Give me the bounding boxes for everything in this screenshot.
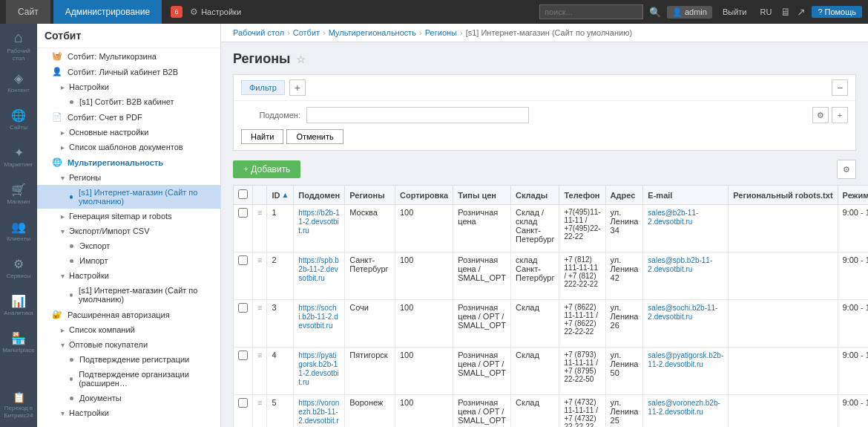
tab-site[interactable]: Сайт bbox=[6, 0, 50, 24]
sidebar-item-b2b-cabinet[interactable]: [s1] Сотбит: B2B кабинет bbox=[37, 94, 220, 109]
search-icon[interactable]: 🔍 bbox=[649, 7, 661, 18]
email-link[interactable]: sales@sochi.b2b-11-2.devsotbit.ru bbox=[648, 304, 717, 321]
breadcrumb-multiregion[interactable]: Мультирегиональность bbox=[329, 28, 416, 37]
nav-analytics[interactable]: 📊 Аналитика bbox=[0, 287, 37, 324]
filter-settings-icon[interactable]: ⚙ bbox=[812, 107, 829, 123]
sidebar-item-multicart[interactable]: 🧺 Сотбит: Мультикорзина bbox=[37, 48, 220, 64]
data-table: ID ▲ Поддомен Регионы Сортировка Типы це… bbox=[233, 185, 868, 427]
sidebar-item-settings2[interactable]: ▾ Настройки bbox=[37, 268, 220, 283]
help-btn[interactable]: ? Помощь bbox=[812, 6, 862, 18]
sidebar-item-b2b[interactable]: 👤 Сотбит: Личный кабинет B2B bbox=[37, 64, 220, 79]
row-subdomain: https://pyatigorsk.b2b-11-2.devsotbit.ru bbox=[294, 348, 345, 395]
email-link[interactable]: sales@voronezh.b2b-11-2.devsotbit.ru bbox=[648, 399, 720, 416]
sidebar-item-import[interactable]: Импорт bbox=[37, 253, 220, 268]
row-checkbox[interactable] bbox=[238, 303, 248, 313]
breadcrumb-sotbit[interactable]: Сотбит bbox=[293, 28, 320, 37]
row-drag-handle[interactable]: ≡ bbox=[253, 395, 267, 428]
notification-badge[interactable]: 6 bbox=[171, 6, 183, 18]
nav-content[interactable]: ◈ Контент bbox=[0, 64, 37, 101]
table-row: ≡ 3 https://sochi.b2b-11-2.devsotbit.ru … bbox=[234, 300, 869, 348]
row-drag-handle[interactable]: ≡ bbox=[253, 300, 267, 348]
table-row: ≡ 5 https://voronezh.b2b-11-2.devsotbit.… bbox=[234, 395, 869, 428]
filter-actions: Найти Отменить bbox=[241, 129, 848, 144]
sidebar-item-settings-b2b[interactable]: ▸ Настройки bbox=[37, 79, 220, 94]
filter-subdomain-label: Поддомен: bbox=[241, 111, 300, 120]
sidebar-item-doc-templates[interactable]: ▸ Список шаблонов документов bbox=[37, 140, 220, 154]
email-link[interactable]: sales@spb.b2b-11-2.devsotbit.ru bbox=[648, 256, 712, 273]
cancel-btn[interactable]: Отменить bbox=[286, 129, 343, 144]
nav-bitrix24[interactable]: 📋 Переход вБитрикс24 bbox=[0, 387, 37, 424]
subdomain-link[interactable]: https://b2b-11-2.devsotbit.ru bbox=[298, 209, 340, 235]
row-robots bbox=[729, 252, 838, 300]
nav-marketing[interactable]: ✦ Маркетинг bbox=[0, 138, 37, 175]
filter-subdomain-input[interactable] bbox=[306, 107, 529, 123]
search-input[interactable] bbox=[539, 4, 643, 19]
sidebar-item-multiregion[interactable]: 🌐 Мультирегиональность bbox=[37, 154, 220, 170]
tab-admin[interactable]: Администрирование bbox=[53, 0, 162, 24]
row-sort: 100 bbox=[395, 205, 453, 252]
breadcrumb-regions[interactable]: Регионы bbox=[425, 28, 457, 37]
sidebar-item-auth[interactable]: 🔐 Расширенная авторизация bbox=[37, 307, 220, 322]
row-phone: +7 (8793) 11-11-11 / +7 (8795) 22-22-50 bbox=[559, 348, 605, 395]
find-btn[interactable]: Найти bbox=[241, 129, 283, 144]
sidebar-item-basic-settings[interactable]: ▸ Основные настройки bbox=[37, 125, 220, 140]
table-settings-btn[interactable]: ⚙ bbox=[837, 160, 856, 179]
subdomain-link[interactable]: https://pyatigorsk.b2b-11-2.devsotbit.ru bbox=[298, 351, 338, 386]
row-checkbox[interactable] bbox=[238, 255, 248, 265]
sidebar-item-export[interactable]: Экспорт bbox=[37, 238, 220, 253]
sidebar-item-wholesale[interactable]: ▾ Оптовые покупатели bbox=[37, 337, 220, 352]
admin-user-btn[interactable]: 👤 admin bbox=[667, 6, 712, 19]
row-drag-handle[interactable]: ≡ bbox=[253, 205, 267, 252]
cursor-icon[interactable]: ↗ bbox=[797, 6, 806, 18]
sidebar-item-regions[interactable]: ▾ Регионы bbox=[37, 170, 220, 185]
nav-shop[interactable]: 🛒 Магазин bbox=[0, 175, 37, 212]
sidebar-item-s1-region2[interactable]: [s1] Интернет-магазин (Сайт по умолчанию… bbox=[37, 283, 220, 307]
sidebar-item-reg-confirm[interactable]: Подтверждение регистрации bbox=[37, 352, 220, 367]
breadcrumb-desktop[interactable]: Рабочий стол bbox=[233, 28, 284, 37]
row-checkbox[interactable] bbox=[238, 208, 248, 218]
row-work-short: 9:00 - 18:00 bbox=[838, 395, 868, 428]
lang-btn[interactable]: RU bbox=[757, 6, 775, 18]
row-id: 3 bbox=[267, 300, 294, 348]
favorite-star-icon[interactable]: ☆ bbox=[296, 53, 306, 65]
page-content: Регионы ☆ Фильтр + − Поддомен: ⚙ + bbox=[221, 42, 868, 427]
email-link[interactable]: sales@pyatigorsk.b2b-11-2.devsotbit.ru bbox=[648, 351, 723, 368]
sidebar-item-csv[interactable]: ▾ Экспорт/Импорт CSV bbox=[37, 224, 220, 238]
row-sort: 100 bbox=[395, 300, 453, 348]
nav-services[interactable]: ⚙ Сервисы bbox=[0, 250, 37, 287]
row-email: sales@voronezh.b2b-11-2.devsotbit.ru bbox=[643, 395, 729, 428]
sidebar-item-invoice[interactable]: 📄 Сотбит: Счет в PDF bbox=[37, 109, 220, 125]
row-checkbox[interactable] bbox=[238, 351, 248, 360]
row-address: ул. Ленина 42 bbox=[605, 252, 643, 300]
nav-sites[interactable]: 🌐 Сайты bbox=[0, 101, 37, 138]
sidebar-item-settings3[interactable]: ▾ Настройки bbox=[37, 405, 220, 420]
col-id-header[interactable]: ID ▲ bbox=[267, 186, 294, 205]
filter-tab[interactable]: Фильтр bbox=[241, 80, 285, 95]
sidebar-item-documents[interactable]: Документы bbox=[37, 391, 220, 405]
filter-minimize-btn[interactable]: − bbox=[832, 79, 848, 96]
row-regions: Санкт-Петербург bbox=[345, 252, 395, 300]
monitor-icon[interactable]: 🖥 bbox=[780, 6, 791, 18]
sidebar-item-sitemap[interactable]: ▸ Генерация sitemap и robots bbox=[37, 209, 220, 224]
row-drag-handle[interactable]: ≡ bbox=[253, 348, 267, 395]
row-checkbox[interactable] bbox=[238, 398, 248, 408]
filter-plus-icon[interactable]: + bbox=[832, 107, 848, 123]
row-address: ул. Ленина 50 bbox=[605, 348, 643, 395]
subdomain-link[interactable]: https://spb.b2b-11-2.devsotbit.ru bbox=[298, 256, 338, 282]
nav-clients[interactable]: 👥 Клиенты bbox=[0, 212, 37, 250]
exit-btn[interactable]: Выйти bbox=[718, 6, 752, 18]
subdomain-link[interactable]: https://voronezh.b2b-11-2.devsotbit.ru bbox=[298, 399, 339, 427]
sidebar-item-companies[interactable]: ▸ Список компаний bbox=[37, 322, 220, 337]
nav-marketplace[interactable]: 🏪 Marketplace bbox=[0, 324, 37, 361]
row-drag-handle[interactable]: ≡ bbox=[253, 252, 267, 300]
select-all-checkbox[interactable] bbox=[238, 189, 248, 199]
subdomain-link[interactable]: https://sochi.b2b-11-2.devsotbit.ru bbox=[298, 304, 338, 330]
nav-desktop[interactable]: ⌂ Рабочийстол bbox=[0, 27, 37, 64]
filter-add-btn[interactable]: + bbox=[289, 79, 306, 96]
email-link[interactable]: sales@b2b-11-2.devsotbit.ru bbox=[648, 209, 698, 226]
sidebar-item-s1-region[interactable]: [s1] Интернет-магазин (Сайт по умолчанию… bbox=[37, 185, 220, 209]
add-btn[interactable]: + Добавить bbox=[233, 160, 300, 178]
sidebar-item-org-confirm[interactable]: Подтверждение организации (расширен… bbox=[37, 367, 220, 391]
col-robots-header: Региональный robots.txt bbox=[729, 186, 838, 205]
settings-tab[interactable]: ⚙ Настройки bbox=[190, 7, 241, 17]
